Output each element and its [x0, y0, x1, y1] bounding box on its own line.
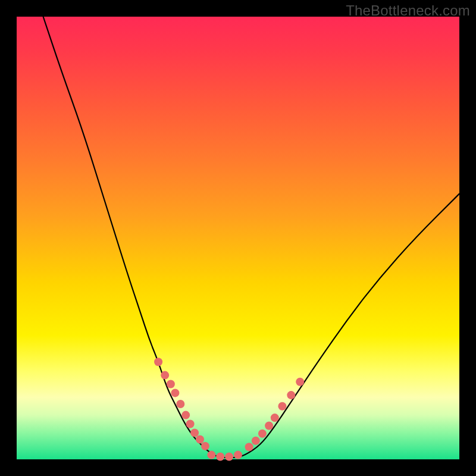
- curve-svg: [17, 17, 459, 459]
- marker-dot: [176, 400, 184, 408]
- marker-dot: [234, 451, 242, 459]
- bottleneck-curve: [43, 17, 459, 458]
- marker-dot: [258, 430, 267, 438]
- marker-dot: [167, 380, 175, 389]
- marker-dot: [265, 422, 273, 430]
- marker-dot: [190, 428, 199, 437]
- marker-dot: [271, 414, 279, 422]
- marker-dot: [278, 402, 286, 411]
- data-markers: [154, 358, 304, 461]
- marker-dot: [287, 391, 295, 399]
- marker-dot: [216, 453, 224, 461]
- marker-dot: [154, 358, 162, 366]
- marker-dot: [161, 371, 169, 380]
- marker-dot: [181, 411, 190, 419]
- marker-dot: [171, 389, 179, 397]
- marker-dot: [201, 442, 209, 450]
- chart-frame: TheBottleneck.com: [0, 0, 476, 476]
- marker-dot: [207, 451, 215, 459]
- marker-dot: [245, 443, 253, 451]
- plot-area: [17, 17, 459, 459]
- marker-dot: [196, 436, 204, 444]
- marker-dot: [225, 453, 233, 461]
- marker-dot: [186, 420, 195, 428]
- marker-dot: [252, 437, 260, 445]
- marker-dot: [296, 378, 304, 386]
